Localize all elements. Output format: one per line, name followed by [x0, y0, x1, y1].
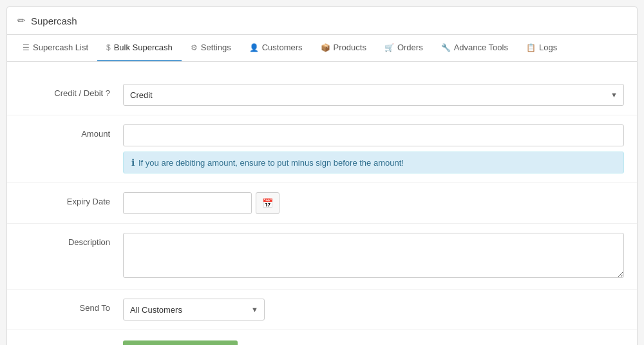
send-to-select[interactable]: All Customers Specific Customers [123, 299, 265, 320]
customers-icon: 👤 [249, 43, 259, 52]
tab-advance-tools[interactable]: 🔧 Advance Tools [432, 35, 517, 61]
credit-debit-select[interactable]: Credit Debit [123, 84, 624, 106]
dollar-icon: $ [106, 43, 111, 52]
calendar-button[interactable]: 📅 [256, 192, 279, 214]
description-label: Description [20, 233, 123, 247]
expiry-date-wrapper: 📅 [123, 192, 624, 214]
logs-icon: 📋 [526, 43, 536, 52]
description-wrapper [123, 233, 624, 280]
tabs-nav: ☰ Supercash List $ Bulk Supercash ⚙ Sett… [7, 35, 637, 62]
send-to-select-wrapper: All Customers Specific Customers ▼ [123, 299, 265, 320]
description-textarea[interactable] [123, 233, 624, 278]
credit-debit-row: Credit / Debit ? Credit Debit ▼ [7, 75, 637, 115]
calendar-icon: 📅 [262, 198, 273, 208]
page-title: Supercash [31, 15, 77, 26]
pencil-icon: ✏ [17, 15, 26, 26]
amount-label: Amount [20, 124, 123, 139]
tab-logs-label: Logs [539, 43, 557, 52]
credit-debit-select-wrapper: Credit Debit ▼ [123, 84, 624, 106]
tab-bulk-supercash-label: Bulk Supercash [114, 43, 173, 52]
expiry-date-row: Expiry Date 📅 [7, 183, 637, 224]
tab-supercash-list[interactable]: ☰ Supercash List [14, 35, 97, 61]
settings-icon: ⚙ [191, 43, 198, 52]
credit-debit-wrapper: Credit Debit ▼ [123, 84, 624, 106]
amount-row: Amount ℹ If you are debiting amount, ens… [7, 115, 637, 183]
tab-orders[interactable]: 🛒 Orders [375, 35, 432, 61]
tab-customers[interactable]: 👤 Customers [240, 35, 312, 61]
tab-supercash-list-label: Supercash List [33, 43, 88, 52]
tab-advance-tools-label: Advance Tools [454, 43, 508, 52]
tab-bulk-supercash[interactable]: $ Bulk Supercash [97, 35, 182, 61]
expiry-date-label: Expiry Date [20, 192, 123, 206]
expiry-date-input[interactable] [123, 192, 252, 214]
tab-orders-label: Orders [397, 43, 423, 52]
send-to-label: Send To [20, 299, 123, 313]
tab-customers-label: Customers [262, 43, 303, 52]
send-to-wrapper: All Customers Specific Customers ▼ [123, 299, 624, 320]
credit-debit-label: Credit / Debit ? [20, 84, 123, 98]
orders-icon: 🛒 [384, 43, 394, 52]
action-row: + Credit/Debit Supercash [7, 330, 637, 345]
tab-products-label: Products [334, 43, 366, 52]
amount-info-text: If you are debiting amount, ensure to pu… [138, 158, 404, 168]
tab-products[interactable]: 📦 Products [312, 35, 375, 61]
info-icon: ℹ [131, 157, 135, 168]
tab-settings[interactable]: ⚙ Settings [182, 35, 240, 61]
amount-input[interactable] [123, 124, 624, 146]
submit-button[interactable]: + Credit/Debit Supercash [123, 340, 238, 345]
form-body: Credit / Debit ? Credit Debit ▼ Amount [7, 62, 637, 345]
tools-icon: 🔧 [441, 43, 451, 52]
amount-wrapper: ℹ If you are debiting amount, ensure to … [123, 124, 624, 173]
list-icon: ☰ [23, 43, 30, 52]
products-icon: 📦 [321, 43, 330, 52]
tab-logs[interactable]: 📋 Logs [517, 35, 566, 61]
description-row: Description [7, 224, 637, 290]
send-to-row: Send To All Customers Specific Customers… [7, 290, 637, 330]
amount-info-box: ℹ If you are debiting amount, ensure to … [123, 152, 624, 173]
tab-settings-label: Settings [201, 43, 231, 52]
expiry-date-input-group: 📅 [123, 192, 624, 214]
